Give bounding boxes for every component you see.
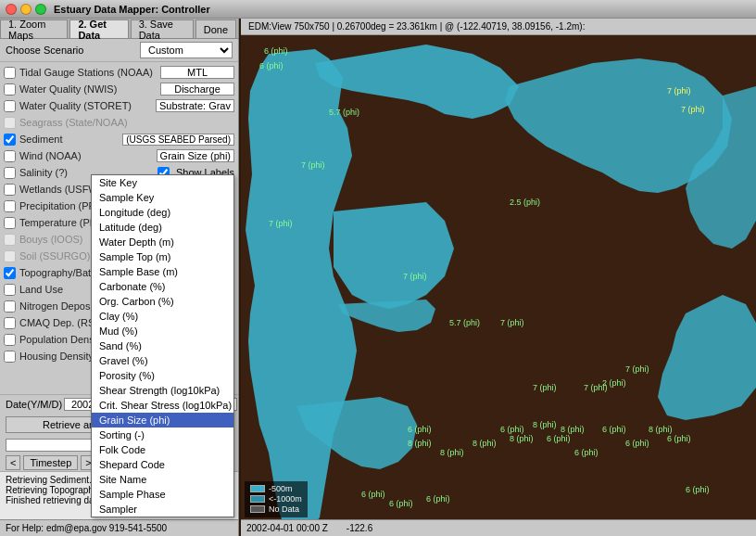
map-svg xyxy=(241,35,756,536)
coord-longitude: -122.6 xyxy=(346,523,372,533)
water-quality-value: Discharge xyxy=(160,83,234,96)
tab-get-data[interactable]: 2. Get Data xyxy=(69,19,128,38)
water-quality-checkbox[interactable] xyxy=(4,83,16,96)
legend-label-500m: -500m xyxy=(269,484,293,493)
tab-zoom-maps[interactable]: 1. Zoom Maps xyxy=(0,19,68,38)
dropdown-item[interactable]: Carbonate (%) xyxy=(92,279,233,294)
title-bar: Estuary Data Mapper: Controller xyxy=(0,0,756,19)
dropdown-item[interactable]: Water Depth (m) xyxy=(92,235,233,249)
dropdown-item[interactable]: Sampler xyxy=(92,502,233,517)
tab-done[interactable]: Done xyxy=(195,19,236,38)
legend-color-500m xyxy=(250,485,265,492)
dropdown-item[interactable]: Sample Key xyxy=(92,190,233,205)
tab-bar: 1. Zoom Maps 2. Get Data 3. Save Data Do… xyxy=(0,19,238,39)
legend-label-1000m: <-1000m xyxy=(269,494,302,504)
salinity-checkbox[interactable] xyxy=(4,167,16,179)
map-label-yellow: 7 (phi) xyxy=(681,105,705,114)
map-label: 5.7 (phi) xyxy=(329,108,359,117)
dropdown-item[interactable]: Sand (%) xyxy=(92,338,233,353)
dropdown-item[interactable]: Sample Base (m) xyxy=(92,264,233,279)
legend-item: No Data xyxy=(250,504,302,514)
map-area[interactable]: 6 (phi)6 (phi)5.7 (phi)7 (phi)7 (phi)7 (… xyxy=(241,35,756,536)
dropdown-item[interactable]: Sorting (-) xyxy=(92,428,233,442)
sediment-checkbox[interactable] xyxy=(4,134,16,146)
map-label: 8 (phi) xyxy=(649,425,673,434)
housing-checkbox[interactable] xyxy=(4,351,16,363)
map-label: 6 (phi) xyxy=(426,494,450,504)
list-item: Wind (NOAA) Grain Size (phi) xyxy=(0,147,238,164)
edm-view-text: EDM:View 750x750 | 0.26700deg = 23.361km… xyxy=(248,21,585,32)
wind-label: Wind (NOAA) xyxy=(19,150,157,161)
map-label: 6 (phi) xyxy=(259,61,284,70)
map-label: 7 (phi) xyxy=(533,383,557,392)
dropdown-item[interactable]: Site Key xyxy=(92,175,233,190)
dropdown-item[interactable]: Folk Code xyxy=(92,442,233,457)
help-bar: For Help: edm@epa.gov 919-541-5500 xyxy=(0,519,238,536)
map-label: 6 (phi) xyxy=(500,425,524,434)
tidal-value: MTL xyxy=(160,66,234,79)
coord-bar: 2002-04-01 00:00 Z -122.6 xyxy=(241,519,756,536)
map-label: 8 (phi) xyxy=(561,425,585,434)
map-label: 6 (phi) xyxy=(667,434,691,443)
wind-checkbox[interactable] xyxy=(4,150,16,162)
map-label: 2.5 (phi) xyxy=(510,198,540,207)
dropdown-item[interactable]: Clay (%) xyxy=(92,309,233,324)
topo-checkbox[interactable] xyxy=(4,267,16,279)
list-item: Seagrass (State/NOAA) xyxy=(0,114,238,131)
coord-datetime: 2002-04-01 00:00 Z xyxy=(246,523,328,533)
legend-item: -500m xyxy=(250,484,302,493)
maximize-button[interactable] xyxy=(35,4,46,15)
status-bar: EDM:View 750x750 | 0.26700deg = 23.361km… xyxy=(241,19,756,35)
dropdown-item[interactable]: Longitude (deg) xyxy=(92,205,233,220)
dropdown-item[interactable]: Crit. Shear Stress (log10kPa) xyxy=(92,398,233,413)
dropdown-item[interactable]: Grain Size (phi) xyxy=(92,413,233,428)
map-label: 8 (phi) xyxy=(408,439,432,448)
scenario-label: Choose Scenario xyxy=(6,45,140,56)
soil-checkbox[interactable] xyxy=(4,250,16,262)
map-label: 6 (phi) xyxy=(264,46,288,56)
minimize-button[interactable] xyxy=(20,4,32,15)
map-label: 6 (phi) xyxy=(389,499,413,508)
temperature-checkbox[interactable] xyxy=(4,217,16,229)
dropdown-item[interactable]: Mud (%) xyxy=(92,324,233,338)
timestep-label: Timestep xyxy=(23,455,78,470)
tidal-label: Tidal Gauge Stations (NOAA) xyxy=(19,67,160,78)
wetlands-checkbox[interactable] xyxy=(4,184,16,196)
map-label: 6 (phi) xyxy=(408,425,432,434)
dropdown-item[interactable]: Org. Carbon (%) xyxy=(92,294,233,309)
dropdown-item[interactable]: Gravel (%) xyxy=(92,353,233,368)
cmaq-checkbox[interactable] xyxy=(4,317,16,329)
water-storet-value: Substrate: Grav xyxy=(156,99,234,112)
window-controls[interactable] xyxy=(6,4,46,15)
dropdown-item[interactable]: Porosity (%) xyxy=(92,368,233,383)
seagrass-label: Seagrass (State/NOAA) xyxy=(19,117,234,128)
dropdown-item[interactable]: Latitude (deg) xyxy=(92,220,233,235)
scenario-dropdown[interactable]: Custom xyxy=(140,42,233,58)
map-label: 8 (phi) xyxy=(533,420,557,429)
water-storet-checkbox[interactable] xyxy=(4,100,16,112)
dropdown-item[interactable]: Site Name xyxy=(92,472,233,487)
dropdown-item[interactable]: Shepard Code xyxy=(92,457,233,472)
seagrass-checkbox[interactable] xyxy=(4,117,16,129)
map-label: 7 (phi) xyxy=(625,364,649,374)
map-label: 6 (phi) xyxy=(602,425,626,434)
map-label: 6 (phi) xyxy=(361,490,385,499)
timestep-prev-button[interactable]: < xyxy=(6,455,20,470)
map-label: 6 (phi) xyxy=(547,434,571,443)
dropdown-item[interactable]: Sample Phase xyxy=(92,487,233,502)
population-checkbox[interactable] xyxy=(4,334,16,346)
map-label: 7 (phi) xyxy=(403,272,427,281)
map-label: 5.7 (phi) xyxy=(449,318,480,327)
tab-save-data[interactable]: 3. Save Data xyxy=(131,19,194,38)
dropdown-item[interactable]: Shear Strength (log10kPa) xyxy=(92,383,233,398)
list-item: Water Quality (STORET) Substrate: Grav xyxy=(0,97,238,114)
nitrogen-checkbox[interactable] xyxy=(4,300,16,313)
date-label: Date(Y/M/D) xyxy=(6,399,62,410)
bouys-checkbox[interactable] xyxy=(4,234,16,246)
legend-label-nodata: No Data xyxy=(269,504,299,514)
precip-checkbox[interactable] xyxy=(4,200,16,212)
tidal-checkbox[interactable] xyxy=(4,67,16,79)
landuse-checkbox[interactable] xyxy=(4,284,16,296)
close-button[interactable] xyxy=(6,4,17,15)
dropdown-item[interactable]: Sample Top (m) xyxy=(92,249,233,264)
